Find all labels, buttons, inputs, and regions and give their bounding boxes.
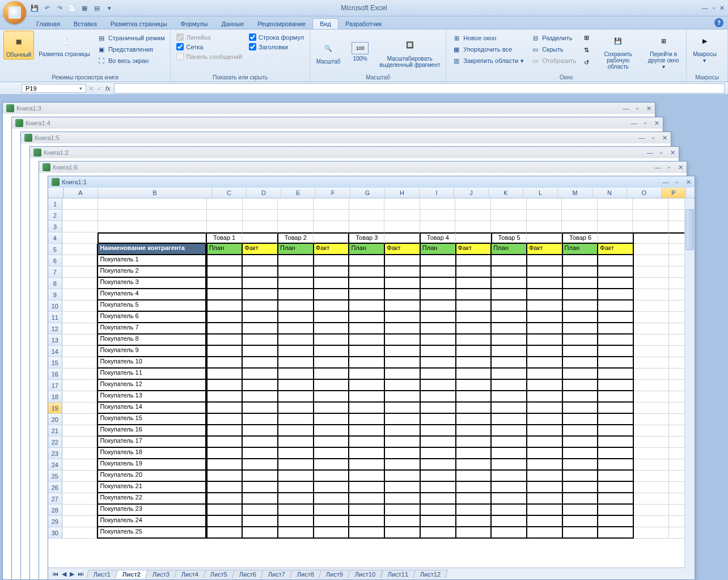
cell[interactable] bbox=[598, 482, 634, 493]
unhide-button[interactable]: ▭Отобразить bbox=[528, 56, 578, 66]
cell[interactable] bbox=[384, 198, 420, 210]
row-header[interactable]: 23 bbox=[48, 448, 62, 459]
cell[interactable]: Товар 2 bbox=[277, 232, 314, 244]
fx-cancel-icon[interactable]: ✕ bbox=[88, 85, 94, 92]
cell[interactable] bbox=[243, 505, 278, 516]
cell[interactable] bbox=[349, 335, 385, 346]
cell[interactable] bbox=[598, 471, 634, 482]
cell[interactable] bbox=[527, 357, 563, 369]
cell[interactable] bbox=[243, 437, 278, 448]
child-maximize-icon[interactable]: ▫ bbox=[673, 178, 681, 186]
cell[interactable] bbox=[314, 278, 350, 289]
cell[interactable] bbox=[421, 414, 456, 425]
cell[interactable] bbox=[563, 437, 599, 448]
cell[interactable] bbox=[421, 289, 456, 300]
cell[interactable] bbox=[527, 425, 563, 437]
cell[interactable]: Покупатель 13 bbox=[97, 391, 206, 403]
cell[interactable] bbox=[385, 266, 421, 278]
cell[interactable] bbox=[385, 300, 421, 312]
cell[interactable] bbox=[384, 232, 420, 244]
cell[interactable]: Покупатель 19 bbox=[97, 459, 206, 471]
column-header[interactable]: O bbox=[627, 188, 662, 198]
cell[interactable] bbox=[62, 278, 98, 289]
cell[interactable] bbox=[527, 493, 563, 505]
ribbon-tab[interactable]: Вид bbox=[312, 18, 338, 29]
sheet-tab[interactable]: Лист12 bbox=[413, 570, 448, 578]
cell[interactable] bbox=[598, 516, 634, 527]
column-header[interactable]: J bbox=[454, 188, 489, 198]
cell[interactable] bbox=[563, 425, 599, 437]
cell[interactable] bbox=[243, 482, 278, 493]
cell[interactable] bbox=[492, 391, 527, 403]
cell[interactable] bbox=[242, 232, 277, 244]
cell[interactable] bbox=[563, 527, 599, 539]
cell[interactable]: Покупатель 23 bbox=[97, 505, 206, 516]
cell[interactable] bbox=[562, 210, 598, 221]
cell[interactable] bbox=[206, 448, 243, 459]
cell[interactable] bbox=[492, 266, 527, 278]
page-break-button[interactable]: ▤Страничный режим bbox=[95, 33, 167, 43]
zoom-button[interactable]: 🔍Масштаб bbox=[314, 38, 343, 66]
cell[interactable] bbox=[62, 357, 98, 369]
cell[interactable] bbox=[278, 221, 314, 232]
cell[interactable] bbox=[385, 346, 421, 357]
cell[interactable]: Покупатель 8 bbox=[97, 335, 206, 346]
cell[interactable] bbox=[314, 312, 350, 323]
cell[interactable] bbox=[492, 278, 527, 289]
child-minimize-icon[interactable]: — bbox=[622, 104, 630, 112]
row-header[interactable]: 3 bbox=[48, 221, 62, 232]
cell[interactable] bbox=[243, 414, 278, 425]
cell[interactable] bbox=[243, 391, 278, 403]
cell[interactable] bbox=[634, 357, 669, 369]
cell[interactable] bbox=[527, 221, 562, 232]
cell[interactable] bbox=[492, 437, 527, 448]
row-header[interactable]: 14 bbox=[48, 346, 62, 357]
cell[interactable] bbox=[492, 505, 527, 516]
cell[interactable] bbox=[385, 312, 421, 323]
cell[interactable] bbox=[456, 346, 492, 357]
cell[interactable] bbox=[243, 198, 278, 210]
cell[interactable] bbox=[634, 425, 669, 437]
sheet-tab[interactable]: Лист5 bbox=[203, 570, 235, 578]
reset-position-icon[interactable]: ↺ bbox=[582, 58, 591, 67]
cell[interactable] bbox=[492, 312, 527, 323]
cell[interactable] bbox=[492, 403, 527, 414]
zoom-100-button[interactable]: 100100% bbox=[345, 41, 375, 63]
cell[interactable]: Покупатель 17 bbox=[97, 437, 206, 448]
cell[interactable] bbox=[385, 323, 421, 335]
cell[interactable] bbox=[278, 425, 314, 437]
cell[interactable]: Покупатель 9 bbox=[97, 346, 206, 357]
sheet-tab[interactable]: Лист7 bbox=[261, 570, 293, 578]
row-header[interactable]: 1 bbox=[48, 198, 62, 210]
cell[interactable] bbox=[349, 516, 385, 527]
column-header[interactable]: B bbox=[98, 188, 212, 198]
cell[interactable] bbox=[598, 403, 634, 414]
cell[interactable] bbox=[456, 527, 492, 539]
cell[interactable] bbox=[421, 357, 456, 369]
sheet-tab[interactable]: Лист11 bbox=[380, 570, 415, 578]
cell[interactable] bbox=[421, 471, 456, 482]
cell[interactable] bbox=[598, 369, 634, 380]
cell[interactable] bbox=[421, 346, 456, 357]
cell[interactable] bbox=[421, 255, 456, 266]
row-header[interactable]: 21 bbox=[48, 425, 62, 437]
child-close-icon[interactable]: ✕ bbox=[645, 104, 653, 112]
cell[interactable] bbox=[207, 210, 243, 221]
formula-input[interactable] bbox=[114, 83, 725, 94]
cell[interactable] bbox=[563, 493, 599, 505]
cell[interactable] bbox=[278, 482, 314, 493]
cell[interactable] bbox=[314, 437, 350, 448]
cell[interactable] bbox=[634, 266, 669, 278]
cell[interactable] bbox=[278, 493, 314, 505]
cell[interactable] bbox=[456, 505, 492, 516]
child-minimize-icon[interactable]: — bbox=[654, 163, 662, 171]
cell[interactable] bbox=[385, 414, 421, 425]
cell[interactable] bbox=[385, 493, 421, 505]
cell[interactable] bbox=[243, 210, 278, 221]
cell[interactable] bbox=[314, 527, 350, 539]
cell[interactable] bbox=[314, 448, 350, 459]
new-window-button[interactable]: ⊞Новое окно bbox=[450, 33, 526, 43]
child-minimize-icon[interactable]: — bbox=[630, 119, 638, 127]
child-close-icon[interactable]: ✕ bbox=[684, 178, 692, 186]
cell[interactable] bbox=[278, 505, 314, 516]
